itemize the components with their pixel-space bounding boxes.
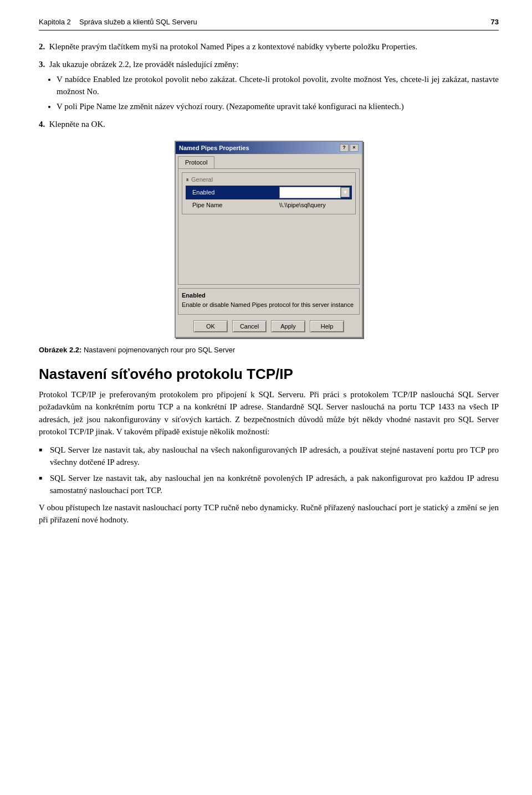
- bullet-pipename: V poli Pipe Name lze změnit název výchoz…: [57, 100, 499, 113]
- row-name-enabled: Enabled: [186, 186, 277, 199]
- general-group: ∎ General Enabled Yes ▼: [182, 172, 356, 215]
- close-titlebar-button[interactable]: ×: [350, 144, 359, 152]
- dialog-content: ∎ General Enabled Yes ▼: [178, 168, 360, 285]
- row-value-pipename: \\.\\pipe\sql\query: [277, 199, 352, 211]
- titlebar-buttons: ? ×: [340, 144, 359, 152]
- dropdown-arrow[interactable]: ▼: [341, 187, 350, 197]
- step-3-intro: 3. Jak ukazuje obrázek 2.2, lze provádět…: [39, 58, 499, 71]
- cancel-button[interactable]: Cancel: [232, 320, 267, 332]
- chapter-title: Kapitola 2: [39, 17, 71, 28]
- group-label-row: ∎ General: [186, 175, 352, 184]
- help-titlebar-button[interactable]: ?: [340, 144, 349, 152]
- figure-text: Nastavení pojmenovaných rour pro SQL Ser…: [84, 346, 235, 354]
- dialog-buttons: OK Cancel Apply Help: [176, 317, 362, 337]
- step-3-bullets: V nabídce Enabled lze protokol povolit n…: [57, 73, 499, 113]
- row-name-pipename: Pipe Name: [186, 199, 277, 211]
- ok-button[interactable]: OK: [193, 320, 228, 332]
- desc-title: Enabled: [182, 291, 356, 300]
- desc-text: Enable or disable Named Pipes protocol f…: [182, 300, 356, 310]
- chapter-header: Kapitola 2 Správa služeb a klientů SQL S…: [39, 17, 499, 30]
- tcp-intro-paragraph: Protokol TCP/IP je preferovaným protokol…: [39, 388, 499, 438]
- collapse-icon: ∎: [186, 175, 189, 183]
- chapter-subtitle: Správa služeb a klientů SQL Serveru: [75, 17, 197, 28]
- tcp-bullet-2: SQL Server lze nastavit tak, aby naslouc…: [39, 472, 499, 497]
- step-2: 2. Klepněte pravým tlačítkem myši na pro…: [39, 40, 499, 53]
- figure-caption: Obrázek 2.2: Nastavení pojmenovaných rou…: [39, 345, 499, 356]
- tcp-bullet-list: SQL Server lze nastavit tak, aby naslouc…: [39, 444, 499, 497]
- page-number: 73: [491, 17, 499, 28]
- dialog-titlebar: Named Pipes Properties ? ×: [176, 142, 362, 155]
- empty-list-area: [182, 214, 356, 281]
- enabled-value: Yes: [279, 187, 341, 198]
- enabled-dropdown[interactable]: Yes ▼: [279, 187, 350, 198]
- tab-protocol[interactable]: Protocol: [178, 156, 214, 168]
- group-label: General: [191, 175, 213, 184]
- section-heading: Nastavení síťového protokolu TCP/IP: [39, 366, 499, 383]
- apply-button[interactable]: Apply: [271, 320, 305, 332]
- named-pipes-dialog[interactable]: Named Pipes Properties ? × Protocol ∎ Ge…: [175, 141, 363, 338]
- row-value-enabled: Yes ▼: [277, 186, 352, 199]
- description-box: Enabled Enable or disable Named Pipes pr…: [178, 288, 360, 315]
- table-row-enabled[interactable]: Enabled Yes ▼: [186, 186, 352, 199]
- dialog-wrapper: Named Pipes Properties ? × Protocol ∎ Ge…: [39, 141, 499, 338]
- last-paragraph: V obou přístupech lze nastavit nasloucha…: [39, 501, 499, 526]
- figure-label: Obrázek 2.2:: [39, 346, 81, 354]
- table-row-pipename[interactable]: Pipe Name \\.\\pipe\sql\query: [186, 199, 352, 211]
- step-4: 4. Klepněte na OK.: [39, 118, 499, 131]
- help-button[interactable]: Help: [310, 320, 344, 332]
- tcp-bullet-1: SQL Server lze nastavit tak, aby naslouc…: [39, 444, 499, 469]
- properties-table: Enabled Yes ▼ Pipe Name \\.\\pipe\sql\qu…: [186, 186, 352, 211]
- bullet-enabled: V nabídce Enabled lze protokol povolit n…: [57, 73, 499, 98]
- dialog-title: Named Pipes Properties: [179, 143, 249, 153]
- dialog-tabs: Protocol: [176, 154, 362, 168]
